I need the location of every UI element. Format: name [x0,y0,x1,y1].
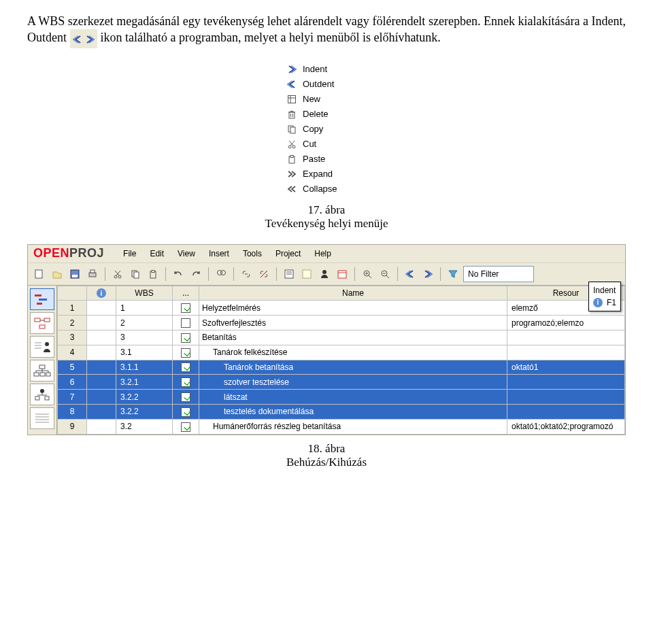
cell-wbs[interactable]: 3.2 [116,419,173,434]
notes-button[interactable] [299,267,314,282]
cell-resource[interactable] [507,345,625,360]
menu-item-copy[interactable]: Copy [282,122,371,137]
cell-resource[interactable] [507,330,625,345]
cell-wbs[interactable]: 3.1.1 [116,360,173,375]
cell-name[interactable]: Betanítás [199,330,507,345]
col-name[interactable]: Name [199,286,507,301]
cell-info[interactable] [87,360,116,375]
cell-resource[interactable] [507,405,625,420]
checkbox-icon[interactable] [181,318,190,328]
checkbox-icon[interactable] [181,303,190,313]
filter-combo[interactable]: No Filter [463,266,534,282]
calendar-button[interactable] [335,267,350,282]
table-row[interactable]: 73.2.2látszat [58,390,625,405]
task-info-button[interactable] [282,267,297,282]
cell-check[interactable] [173,345,199,360]
menu-item-new[interactable]: New [282,92,371,107]
gantt-view-button[interactable] [30,288,54,310]
table-row[interactable]: 22Szoftverfejlesztésprogramozó;elemzo [58,316,625,331]
row-number[interactable]: 8 [58,405,87,420]
rbs-view-button[interactable] [30,384,54,405]
zoom-in-button[interactable] [360,267,375,282]
cell-wbs[interactable]: 3.1 [116,345,173,360]
cell-name[interactable]: szotver tesztelése [199,375,507,390]
menu-item-delete[interactable]: Delete [282,107,371,122]
cell-check[interactable] [173,375,199,390]
cell-info[interactable] [87,390,116,405]
cell-resource[interactable]: oktató1 [507,360,625,375]
cell-info[interactable] [87,301,116,316]
table-row[interactable]: 53.1.1Tanárok betanításaoktató1 [58,360,625,375]
row-number[interactable]: 3 [58,330,87,345]
cell-check[interactable] [173,419,199,434]
cell-info[interactable] [87,419,116,434]
checkbox-icon[interactable] [181,407,190,417]
open-button[interactable] [50,267,65,282]
filter-button[interactable] [446,267,461,282]
copy-button[interactable] [128,267,143,282]
table-row[interactable]: 43.1Tanárok felkészítése [58,345,625,360]
new-button[interactable] [32,267,47,282]
row-number[interactable]: 2 [58,316,87,331]
cell-name[interactable]: Humánerőforrás részleg betanítása [199,419,507,434]
cut-button[interactable] [110,267,125,282]
cell-name[interactable]: Helyzetfelmérés [199,301,507,316]
checkbox-icon[interactable] [181,392,190,402]
row-number[interactable]: 5 [58,360,87,375]
cell-wbs[interactable]: 3.2.2 [116,405,173,420]
resources-view-button[interactable] [30,336,54,358]
cell-wbs[interactable]: 3.2.1 [116,375,173,390]
col-info[interactable]: i [87,286,116,301]
menu-item-expand[interactable]: Expand [282,167,371,182]
cell-info[interactable] [87,316,116,331]
cell-check[interactable] [173,390,199,405]
cell-wbs[interactable]: 3 [116,330,173,345]
cell-info[interactable] [87,345,116,360]
cell-info[interactable] [87,375,116,390]
row-number[interactable]: 6 [58,375,87,390]
unlink-button[interactable] [256,267,271,282]
outdent-button[interactable] [403,267,418,282]
col-dots[interactable]: ... [173,286,199,301]
menu-file[interactable]: File [116,246,143,261]
table-row[interactable]: 83.2.2tesztelés dokumentálása [58,405,625,420]
checkbox-icon[interactable] [181,333,190,343]
cell-check[interactable] [173,360,199,375]
save-button[interactable] [67,267,82,282]
cell-wbs[interactable]: 1 [116,301,173,316]
checkbox-icon[interactable] [181,422,190,432]
menu-view[interactable]: View [171,246,202,261]
col-rownum[interactable] [58,286,87,301]
menu-item-paste[interactable]: Paste [282,152,371,167]
checkbox-icon[interactable] [181,362,190,372]
redo-button[interactable] [188,267,203,282]
menu-edit[interactable]: Edit [143,246,171,261]
cell-name[interactable]: tesztelés dokumentálása [199,405,507,420]
cell-check[interactable] [173,301,199,316]
row-number[interactable]: 4 [58,345,87,360]
menu-item-indent[interactable]: Indent [282,62,371,77]
link-button[interactable] [239,267,254,282]
cell-check[interactable] [173,405,199,420]
cell-resource[interactable] [507,390,625,405]
cell-resource[interactable] [507,375,625,390]
zoom-out-button[interactable] [378,267,392,282]
row-number[interactable]: 1 [58,301,87,316]
cell-name[interactable]: Tanárok betanítása [199,360,507,375]
menu-item-cut[interactable]: Cut [282,137,371,152]
menu-project[interactable]: Project [269,246,307,261]
menu-item-outdent[interactable]: Outdent [282,77,371,92]
print-button[interactable] [85,267,100,282]
checkbox-icon[interactable] [181,377,190,387]
cell-check[interactable] [173,330,199,345]
wbs-view-button[interactable] [30,360,54,382]
row-number[interactable]: 7 [58,390,87,405]
find-button[interactable] [214,267,229,282]
cell-resource[interactable]: programozó;elemzo [507,316,625,331]
menu-item-collapse[interactable]: Collapse [282,182,371,197]
network-view-button[interactable] [30,312,54,334]
menu-insert[interactable]: Insert [202,246,236,261]
cell-info[interactable] [87,330,116,345]
cell-wbs[interactable]: 3.2.2 [116,390,173,405]
cell-resource[interactable]: oktató1;oktató2;programozó [507,419,625,434]
